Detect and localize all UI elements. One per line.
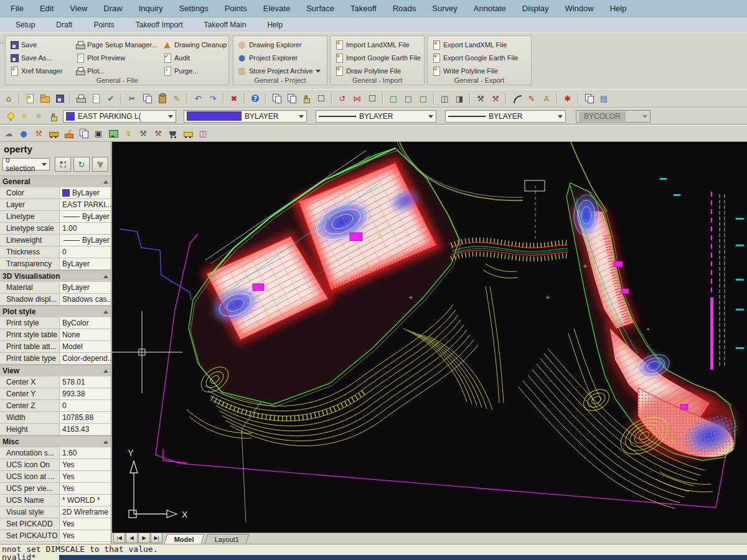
copy-multiple-button[interactable] bbox=[284, 91, 299, 106]
arc-button[interactable] bbox=[509, 91, 524, 106]
linetype-combo[interactable]: BYLAYER bbox=[316, 110, 436, 123]
property-value[interactable]: ByLayer bbox=[60, 258, 111, 269]
property-value[interactable]: Yes bbox=[60, 518, 111, 530]
xref-manager-button[interactable]: ✱Xref Manager bbox=[9, 64, 63, 77]
property-value[interactable]: EAST PARKI... bbox=[60, 199, 111, 210]
import-google-earth-file-button[interactable]: ✱Import Google Earth File bbox=[334, 51, 421, 64]
ribbon-tab-help[interactable]: Help bbox=[256, 21, 293, 29]
project-explorer-button[interactable]: ●Project Explorer bbox=[237, 51, 321, 64]
menu-display[interactable]: Display bbox=[514, 4, 557, 13]
mine-cart-button[interactable] bbox=[166, 126, 181, 141]
section-header-general[interactable]: General bbox=[0, 175, 111, 187]
dump-truck-button[interactable] bbox=[181, 126, 195, 141]
drawing-viewport[interactable]: Y X bbox=[112, 142, 747, 533]
plot-button[interactable]: Plot... bbox=[75, 64, 157, 77]
tab-nav-next-button[interactable]: ▶ bbox=[138, 533, 150, 543]
property-value[interactable]: 1.00 bbox=[60, 223, 111, 234]
hammer-button[interactable]: ⚒ bbox=[473, 91, 488, 106]
copy-nested-button[interactable] bbox=[269, 91, 284, 106]
property-value[interactable]: Yes bbox=[60, 471, 111, 482]
layer-lock-button[interactable] bbox=[47, 109, 59, 124]
property-value[interactable]: 10785.88 bbox=[60, 412, 111, 423]
pick-hammer-button[interactable]: ⚒ bbox=[488, 91, 503, 106]
property-value[interactable]: ByLayer bbox=[60, 211, 111, 222]
menu-window[interactable]: Window bbox=[557, 4, 601, 13]
plot-preview-button[interactable]: ○Plot Preview bbox=[75, 51, 157, 64]
export-landxml-file-button[interactable]: ✱Export LandXML File bbox=[431, 38, 518, 51]
open-drawing-button[interactable] bbox=[37, 91, 52, 106]
audit-button[interactable]: ✔Audit bbox=[162, 51, 227, 64]
menu-annotate[interactable]: Annotate bbox=[466, 4, 514, 13]
menu-edit[interactable]: Edit bbox=[32, 4, 62, 13]
color-combo[interactable]: BYLAYER bbox=[184, 110, 307, 123]
draw-polyline-file-button[interactable]: ✱Draw Polyline File bbox=[334, 64, 421, 77]
menu-settings[interactable]: Settings bbox=[171, 4, 217, 13]
takeoff-door-button[interactable]: ◫ bbox=[195, 126, 210, 141]
property-value[interactable]: 0 bbox=[60, 400, 111, 411]
exit-button[interactable]: ⌂ bbox=[1, 91, 16, 106]
property-value[interactable]: 0 bbox=[60, 246, 111, 258]
surface-rain-button[interactable]: ☁ bbox=[1, 126, 16, 141]
property-value[interactable]: 1:60 bbox=[60, 447, 111, 459]
new-drawing-button[interactable]: ✱ bbox=[22, 91, 37, 106]
property-value[interactable]: Yes bbox=[60, 483, 111, 494]
quick-select-marquee-button[interactable]: + bbox=[55, 157, 71, 172]
rotate-button[interactable]: ↺ bbox=[335, 91, 350, 106]
help-button[interactable]: ? bbox=[248, 91, 263, 106]
menu-inquiry[interactable]: Inquiry bbox=[131, 4, 171, 13]
cut-button[interactable]: ✂ bbox=[125, 91, 139, 106]
pick-tool-button[interactable]: ⚒ bbox=[31, 126, 46, 141]
text-style-button[interactable]: A bbox=[539, 91, 554, 106]
tab-layout1[interactable]: Layout1 bbox=[204, 534, 249, 544]
polyline-edit-button[interactable]: ✎ bbox=[524, 91, 539, 106]
properties-list-button[interactable]: ▤ bbox=[596, 91, 611, 106]
property-value[interactable]: ByLayer bbox=[60, 187, 111, 198]
undo-button[interactable]: ↶ bbox=[190, 91, 205, 106]
redo-button[interactable]: ↷ bbox=[205, 91, 220, 106]
property-value[interactable]: ByColor bbox=[60, 317, 111, 329]
copy-button[interactable] bbox=[139, 91, 154, 106]
ribbon-tab-takeoff-main[interactable]: Takeoff Main bbox=[194, 21, 257, 29]
property-value[interactable]: 4163.43 bbox=[60, 424, 111, 435]
bolt-button[interactable]: ↯ bbox=[121, 126, 136, 141]
store-project-archive-button[interactable]: ▥Store Project Archive bbox=[237, 64, 321, 77]
excavator-button[interactable] bbox=[61, 126, 76, 141]
menu-draw[interactable]: Draw bbox=[95, 4, 130, 13]
grader-button[interactable] bbox=[46, 126, 61, 141]
image-button[interactable] bbox=[106, 126, 121, 141]
rectangle3-button[interactable]: □ bbox=[416, 91, 431, 106]
menu-file[interactable]: File bbox=[2, 4, 32, 13]
unlock-button[interactable] bbox=[299, 91, 314, 106]
menu-view[interactable]: View bbox=[62, 4, 95, 13]
layer-vp-freeze-button[interactable]: ✳ bbox=[32, 109, 45, 124]
elevation-button[interactable]: ◨ bbox=[452, 91, 467, 106]
save-button[interactable] bbox=[52, 91, 67, 106]
rectangle-button[interactable]: □ bbox=[386, 91, 401, 106]
array-marquee-button[interactable] bbox=[365, 91, 380, 106]
property-value[interactable]: ByLayer bbox=[60, 235, 111, 246]
box-3d-button[interactable]: ◫ bbox=[437, 91, 452, 106]
section-header-misc[interactable]: Misc bbox=[0, 436, 111, 447]
drawing-cleanup-button[interactable]: ▲Drawing Cleanup bbox=[162, 38, 227, 51]
property-value[interactable]: * WORLD * bbox=[60, 495, 111, 506]
page-setup-manager-button[interactable]: Page Setup Manager... bbox=[75, 38, 157, 51]
menu-surface[interactable]: Surface bbox=[298, 4, 342, 13]
ribbon-tab-takeoff-import[interactable]: Takeoff Import bbox=[125, 21, 194, 29]
property-value[interactable]: 2D Wireframe bbox=[60, 506, 111, 518]
mirror-button[interactable]: ⋈ bbox=[350, 91, 365, 106]
plot-preview-button[interactable]: ○ bbox=[88, 91, 103, 106]
paste-button[interactable] bbox=[154, 91, 169, 106]
tab-nav-prev-button[interactable]: ◀ bbox=[126, 533, 138, 543]
screen-button[interactable]: ▣ bbox=[91, 126, 106, 141]
layer-combo[interactable]: EAST PARKING L( bbox=[63, 110, 176, 123]
menu-elevate[interactable]: Elevate bbox=[255, 4, 298, 13]
pick2-button[interactable]: ⚒ bbox=[151, 126, 166, 141]
selection-combo[interactable]: o selection bbox=[2, 158, 50, 170]
plot-style-combo[interactable]: BYCOLOR bbox=[576, 110, 651, 123]
layer-freeze-button[interactable]: ✳ bbox=[18, 109, 31, 124]
layer-on-button[interactable] bbox=[4, 109, 16, 124]
menu-roads[interactable]: Roads bbox=[385, 4, 425, 13]
purge-button[interactable]: ↓Purge... bbox=[162, 64, 227, 77]
drawing-explorer-button[interactable]: ◎Drawing Explorer bbox=[237, 38, 321, 51]
select-objects-button[interactable]: ↻ bbox=[73, 157, 90, 172]
